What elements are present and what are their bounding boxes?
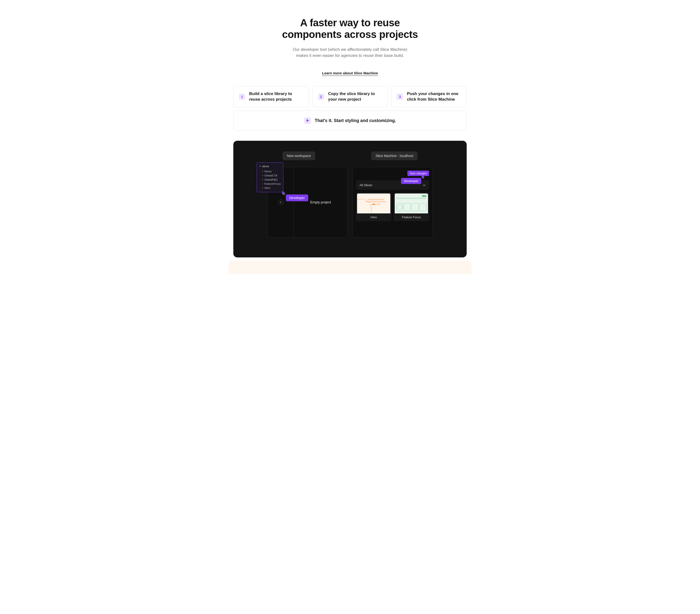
empty-project-label: Empty project [310,200,331,204]
step-number: 1 [239,93,245,100]
slice-card-feature-focus[interactable]: Feature Focus [394,192,429,221]
step-text: Copy the slice library to your new proje… [328,91,382,102]
slice-preview [357,193,390,213]
dropdown-label: All Slices [360,183,372,187]
slice-card-hero[interactable]: Hero [356,192,391,221]
tree-item[interactable]: GlobalCTA [259,173,281,177]
chevron-right-icon [262,171,263,172]
chevron-right-icon [262,175,263,176]
slice-machine-panel: Sync changes Developer All Slices [352,167,433,237]
step-text: Push your changes in one click from Slic… [407,91,461,102]
workspace-main: Empty project [294,167,347,237]
tab-workspace: New workspace [283,151,315,160]
tree-root[interactable]: slices [259,165,281,168]
slice-name: Hero [356,213,391,221]
chevron-down-icon [423,183,426,187]
tree-item[interactable]: Hero [259,186,281,190]
final-card: That's it. Start styling and customizing… [233,111,467,130]
steps-row: 1 Build a slice library to reuse across … [233,86,467,108]
plus-icon [279,201,282,203]
add-button[interactable] [278,200,284,205]
step-card-3: 3 Push your changes in one click from Sl… [391,86,467,108]
tab-slice-machine: Slice Machine - localhost [371,151,417,160]
step-text: Build a slice library to reuse across pr… [249,91,303,102]
developer-tag: Developer [401,178,421,184]
developer-tag: Developer [286,195,308,201]
tree-item[interactable]: GlobalFAQ [259,177,281,181]
workspace-panel: slices Demo GlobalCTA GlobalFAQ FeatureF… [267,167,348,237]
cursor-icon [282,191,286,196]
chevron-right-icon [262,179,263,180]
sync-changes-button[interactable]: Sync changes [407,171,429,176]
cursor-icon [422,175,425,179]
footer-section [228,260,472,274]
page-subtitle: Our developer tool (which we affectionat… [289,47,411,59]
final-text: That's it. Start styling and customizing… [315,118,396,123]
file-tree: slices Demo GlobalCTA GlobalFAQ FeatureF… [257,162,284,192]
step-number: 2 [318,93,324,100]
chevron-right-icon [262,187,263,189]
page-title: A faster way to reuse components across … [233,0,467,41]
chevron-right-icon [262,183,263,185]
learn-more-link[interactable]: Learn more about Slice Machine [322,71,378,76]
slice-preview [395,193,428,213]
slice-name: Feature Focus [394,213,429,221]
step-card-2: 2 Copy the slice library to your new pro… [312,86,388,108]
demo-panel: New workspace Slice Machine - localhost … [233,141,467,258]
lightning-icon [304,117,311,124]
tree-item[interactable]: FeatureFocus [259,181,281,186]
tree-item[interactable]: Demo [259,169,281,173]
chevron-down-icon [259,165,261,167]
step-card-1: 1 Build a slice library to reuse across … [233,86,309,108]
step-number: 3 [397,93,403,100]
